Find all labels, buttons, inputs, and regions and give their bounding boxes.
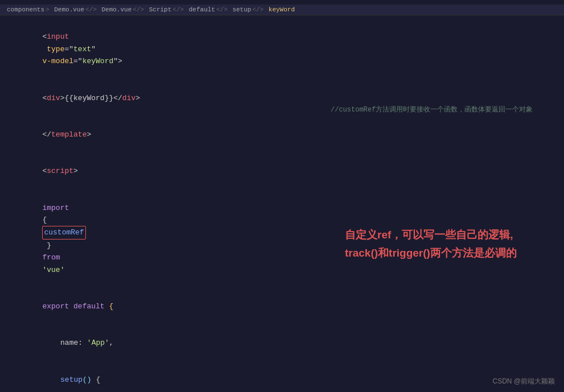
code-line: setup() { [16,361,564,392]
main-annotation: 自定义ref，可以写一些自己的逻辑, track()和trigger()两个方法… [345,226,550,263]
code-line: export default { [7,288,564,325]
code-line: name: 'App', [16,325,564,361]
code-line: </template> [7,117,564,153]
annotation-line1: 自定义ref，可以写一些自己的逻辑, [345,226,550,244]
annotation-line2: track()和trigger()两个方法是必调的 [345,244,550,262]
code-line: <input type="text" v-model="keyWord"> [7,19,564,80]
code-container: components> Demo.vue</> Demo.vue</> Scri… [0,0,564,392]
code-area: <input type="text" v-model="keyWord"> <d… [0,15,564,392]
watermark: CSDN @前端大颖颖 [492,377,555,386]
comment-annotation-right: //customRef方法调用时要接收一个函数，函数体要返回一个对象 [331,104,547,116]
breadcrumb: components> Demo.vue</> Demo.vue</> Scri… [0,5,564,15]
code-line: <script> [7,153,564,189]
